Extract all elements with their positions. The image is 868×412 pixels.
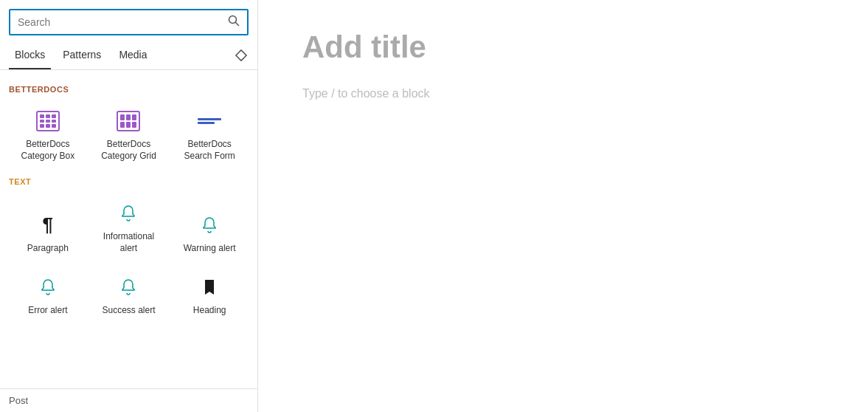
block-item-category-grid[interactable]: BetterDocs Category Grid xyxy=(90,100,168,168)
block-item-heading[interactable]: Heading xyxy=(170,264,249,323)
search-icon xyxy=(228,15,240,30)
blocks-list: BETTERDOCS BetterDocs Category Box xyxy=(0,70,257,388)
block-label-warning-alert: Warning alert xyxy=(184,243,236,255)
betterdocs-grid: BetterDocs Category Box BetterDocs Categ… xyxy=(9,100,249,168)
bookmark-icon xyxy=(196,274,223,301)
block-item-search-form[interactable]: BetterDocs Search Form xyxy=(170,100,249,168)
bell-teal-icon-2 xyxy=(196,212,223,238)
page-title[interactable]: Add title xyxy=(302,30,824,65)
block-item-paragraph[interactable]: ¶ Paragraph xyxy=(9,192,87,261)
block-item-informational-alert[interactable]: Informational alert xyxy=(90,192,168,261)
tab-blocks[interactable]: Blocks xyxy=(9,41,51,69)
svg-rect-2 xyxy=(236,50,246,61)
bell-teal-icon-4 xyxy=(115,274,142,301)
bell-teal-icon xyxy=(115,200,142,227)
block-label-success-alert: Success alert xyxy=(102,305,155,317)
search-form-icon xyxy=(196,108,223,134)
block-label-search-form: BetterDocs Search Form xyxy=(174,139,245,162)
tabs-bar: Blocks Patterns Media xyxy=(0,41,257,70)
betterdocs-label: BETTERDOCS xyxy=(9,85,249,94)
bell-teal-icon-3 xyxy=(35,274,61,301)
search-box[interactable] xyxy=(9,9,249,35)
tab-patterns[interactable]: Patterns xyxy=(57,41,107,69)
block-label-informational-alert: Informational alert xyxy=(94,231,164,254)
text-label: TEXT xyxy=(9,177,249,186)
tab-media[interactable]: Media xyxy=(113,41,153,69)
bottom-bar: Post xyxy=(0,388,257,412)
block-item-error-alert[interactable]: Error alert xyxy=(9,264,87,323)
sidebar: Blocks Patterns Media BETTERDOCS xyxy=(0,0,258,412)
content-area[interactable]: Add title Type / to choose a block xyxy=(258,0,868,412)
block-label-paragraph: Paragraph xyxy=(27,243,69,255)
text-grid: ¶ Paragraph Informational alert xyxy=(9,192,249,323)
svg-line-1 xyxy=(236,23,239,26)
block-item-category-box[interactable]: BetterDocs Category Box xyxy=(9,100,87,168)
paragraph-icon: ¶ xyxy=(35,212,61,238)
block-placeholder: Type / to choose a block xyxy=(302,87,824,100)
block-item-success-alert[interactable]: Success alert xyxy=(90,264,168,323)
diamond-icon[interactable] xyxy=(234,48,249,63)
bottom-bar-label: Post xyxy=(9,395,28,406)
block-label-category-box: BetterDocs Category Box xyxy=(13,139,83,162)
block-label-error-alert: Error alert xyxy=(28,305,67,317)
search-input[interactable] xyxy=(18,16,228,28)
block-item-warning-alert[interactable]: Warning alert xyxy=(170,192,249,261)
block-label-category-grid: BetterDocs Category Grid xyxy=(94,139,164,162)
category-grid-icon xyxy=(115,108,142,134)
category-box-icon xyxy=(35,108,61,134)
block-label-heading: Heading xyxy=(193,305,226,317)
search-container xyxy=(0,0,257,35)
